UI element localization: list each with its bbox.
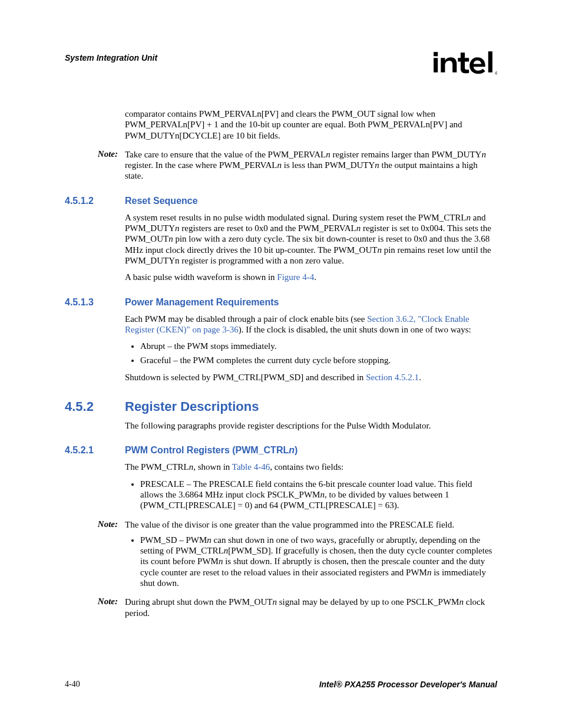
note-label: Note: xyxy=(85,597,125,618)
section-title: Power Management Requirements xyxy=(125,297,279,308)
note-body: During abrupt shut down the PWM_OUTn sig… xyxy=(125,597,497,618)
section-title: PWM Control Registers (PWM_CTRLn) xyxy=(125,445,297,456)
list-item: Graceful – the PWM completes the current… xyxy=(140,355,497,365)
section-heading-4512: 4.5.1.2 Reset Sequence xyxy=(65,196,497,206)
svg-rect-1 xyxy=(434,58,438,72)
bullet-continued: PWM_SD – PWMn can shut down in one of tw… xyxy=(125,535,497,588)
intro-paragraph: comparator contains PWM_PERVALn[PV] and … xyxy=(125,108,497,141)
section-number: 4.5.1.3 xyxy=(65,297,125,308)
header-section-title: System Integration Unit xyxy=(65,53,157,62)
section-link[interactable]: Section 4.5.2.1 xyxy=(366,373,419,382)
section-452-body: The following paragraphs provide registe… xyxy=(125,420,497,431)
body-text: Shutdown is selected by PWM_CTRL[PWM_SD]… xyxy=(125,372,497,383)
list-item: PWM_SD – PWMn can shut down in one of tw… xyxy=(140,535,497,588)
note-label: Note: xyxy=(85,149,125,182)
body-text: Each PWM may be disabled through a pair … xyxy=(125,314,497,335)
intel-logo: ® xyxy=(431,48,497,77)
svg-rect-2 xyxy=(488,51,492,73)
page-number: 4-40 xyxy=(65,680,80,689)
section-4521-body: The PWM_CTRLn, shown in Table 4-46, cont… xyxy=(125,462,497,510)
page-header: System Integration Unit ® xyxy=(65,48,497,77)
body-text: comparator contains PWM_PERVALn[PV] and … xyxy=(125,108,497,141)
page-footer: 4-40 Intel® PXA255 Processor Developer's… xyxy=(65,680,497,689)
section-number: 4.5.2 xyxy=(65,399,125,414)
list-item: Abrupt – the PWM stops immediately. xyxy=(140,341,497,351)
note-block: Note: Take care to ensure that the value… xyxy=(65,149,497,182)
figure-link[interactable]: Figure 4-4 xyxy=(277,272,314,282)
section-heading-452: 4.5.2 Register Descriptions xyxy=(65,399,497,414)
list-item: PRESCALE – The PRESCALE field contains t… xyxy=(140,479,497,511)
body-text: The PWM_CTRLn, shown in Table 4-46, cont… xyxy=(125,462,497,472)
table-link[interactable]: Table 4-46 xyxy=(232,462,270,472)
bullet-list: Abrupt – the PWM stops immediately. Grac… xyxy=(125,341,497,366)
note-block: Note: The value of the divisor is one gr… xyxy=(65,519,497,530)
manual-title: Intel® PXA255 Processor Developer's Manu… xyxy=(319,680,497,689)
section-4512-body: A system reset results in no pulse width… xyxy=(125,212,497,283)
section-4513-body: Each PWM may be disabled through a pair … xyxy=(125,314,497,383)
note-body: Take care to ensure that the value of th… xyxy=(125,149,497,182)
section-number: 4.5.2.1 xyxy=(65,445,125,456)
body-text: The following paragraphs provide registe… xyxy=(125,420,497,431)
bullet-list: PRESCALE – The PRESCALE field contains t… xyxy=(125,479,497,511)
page: System Integration Unit ® comparator con… xyxy=(0,0,562,728)
note-label: Note: xyxy=(85,519,125,530)
section-heading-4521: 4.5.2.1 PWM Control Registers (PWM_CTRLn… xyxy=(65,445,497,456)
section-title: Register Descriptions xyxy=(125,399,259,414)
body-text: A system reset results in no pulse width… xyxy=(125,212,497,266)
section-heading-4513: 4.5.1.3 Power Management Requirements xyxy=(65,297,497,308)
bullet-list: PWM_SD – PWMn can shut down in one of tw… xyxy=(125,535,497,588)
note-block: Note: During abrupt shut down the PWM_OU… xyxy=(65,597,497,618)
section-number: 4.5.1.2 xyxy=(65,196,125,206)
svg-rect-0 xyxy=(434,52,438,56)
svg-text:®: ® xyxy=(495,71,497,76)
body-text: A basic pulse width waveform is shown in… xyxy=(125,272,497,282)
section-title: Reset Sequence xyxy=(125,196,198,206)
note-body: The value of the divisor is one greater … xyxy=(125,519,497,530)
